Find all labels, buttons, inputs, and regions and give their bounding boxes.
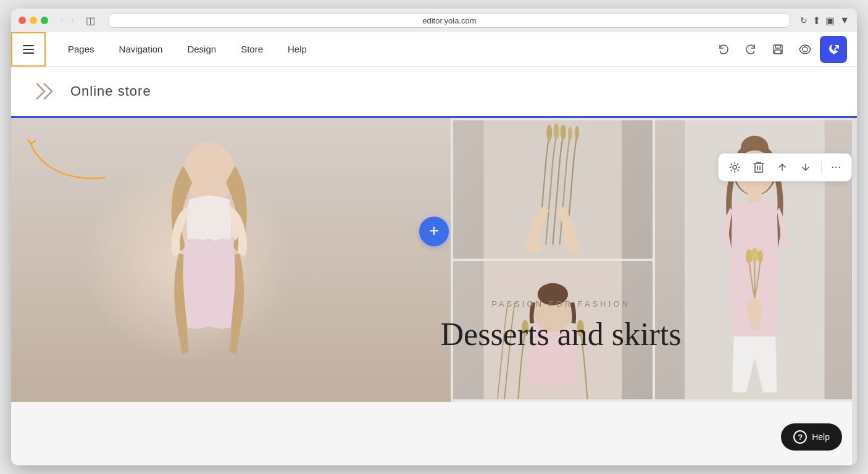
sidebar-toggle-button[interactable]: ◫ xyxy=(82,14,99,28)
browser-nav-arrows: ‹ › xyxy=(58,14,77,27)
download-button[interactable]: ▼ xyxy=(840,15,849,27)
publish-button[interactable] xyxy=(820,36,847,63)
svg-point-11 xyxy=(568,127,572,140)
svg-point-12 xyxy=(575,126,580,139)
help-button-label: Help xyxy=(812,432,830,442)
section-toolbar-divider xyxy=(821,161,822,173)
more-dots-icon: ··· xyxy=(832,162,841,173)
add-section-button[interactable]: + xyxy=(419,217,449,246)
hero-woman-svg xyxy=(77,132,341,402)
svg-point-20 xyxy=(751,248,758,262)
svg-rect-2 xyxy=(775,50,781,54)
traffic-light-yellow[interactable] xyxy=(30,17,37,24)
collage-photo-hands xyxy=(453,120,653,259)
preview-button[interactable] xyxy=(793,37,817,62)
svg-point-5 xyxy=(183,142,235,202)
hero-subtitle: PASSION FOR FASHION xyxy=(265,299,857,309)
svg-point-3 xyxy=(803,47,807,52)
svg-rect-1 xyxy=(775,45,780,48)
help-button[interactable]: ? Help xyxy=(781,423,842,451)
svg-point-19 xyxy=(746,249,753,264)
svg-point-21 xyxy=(757,250,763,262)
traffic-lights xyxy=(19,17,48,24)
pip-button[interactable]: ▣ xyxy=(825,15,835,27)
nav-pages[interactable]: Pages xyxy=(56,32,107,67)
share-button[interactable]: ⬆ xyxy=(812,15,820,27)
undo-button[interactable] xyxy=(711,37,736,62)
browser-window: ‹ › ◫ editor.yola.com ↻ ⬆ ▣ ▼ Pages Navi… xyxy=(11,9,857,465)
section-settings-button[interactable] xyxy=(726,159,743,176)
svg-point-4 xyxy=(733,165,737,169)
logo-text: Online store xyxy=(70,83,151,99)
add-section-icon: + xyxy=(429,222,439,239)
scrollbar-track xyxy=(852,67,857,465)
redo-button[interactable] xyxy=(738,37,763,62)
svg-point-6 xyxy=(232,223,240,236)
nav-store[interactable]: Store xyxy=(228,32,275,67)
site-header: Online store xyxy=(11,67,857,116)
traffic-light-red[interactable] xyxy=(19,17,26,24)
address-bar[interactable]: editor.yola.com xyxy=(109,13,791,28)
section-toolbar: ··· xyxy=(718,153,852,181)
help-circle-icon: ? xyxy=(793,430,807,444)
hamburger-icon xyxy=(23,45,34,54)
hamburger-button[interactable] xyxy=(11,32,46,67)
title-bar: ‹ › ◫ editor.yola.com ↻ ⬆ ▣ ▼ xyxy=(11,9,857,32)
svg-point-9 xyxy=(554,123,559,139)
nav-help[interactable]: Help xyxy=(275,32,319,67)
svg-rect-18 xyxy=(748,192,762,206)
forward-button[interactable]: › xyxy=(69,14,77,27)
section-more-button[interactable]: ··· xyxy=(829,159,844,175)
back-button[interactable]: ‹ xyxy=(58,14,66,27)
hero-left-image xyxy=(11,118,451,402)
section-separator xyxy=(11,116,857,118)
url-text: editor.yola.com xyxy=(422,16,476,25)
svg-point-8 xyxy=(547,125,553,141)
logo-icon xyxy=(36,81,63,101)
toolbar-nav: Pages Navigation Design Store Help xyxy=(56,32,319,67)
svg-point-10 xyxy=(561,125,566,140)
canvas-area: ··· Online store xyxy=(11,67,857,465)
app-toolbar: Pages Navigation Design Store Help xyxy=(11,32,857,67)
svg-rect-7 xyxy=(484,120,622,259)
main-content: ··· Online store xyxy=(11,67,857,465)
section-move-down-button[interactable] xyxy=(798,159,814,175)
hero-title: Desserts and skirts xyxy=(265,316,857,352)
site-logo: Online store xyxy=(36,81,151,101)
nav-design[interactable]: Design xyxy=(175,32,228,67)
browser-toolbar-actions: ⬆ ▣ ▼ xyxy=(812,15,849,27)
hero-text-overlay: PASSION FOR FASHION Desserts and skirts xyxy=(265,299,857,352)
traffic-light-green[interactable] xyxy=(41,17,48,24)
nav-navigation[interactable]: Navigation xyxy=(107,32,175,67)
save-button[interactable] xyxy=(766,37,790,62)
section-delete-button[interactable] xyxy=(751,159,767,176)
reload-button[interactable]: ↻ xyxy=(800,15,807,25)
section-move-up-button[interactable] xyxy=(774,159,790,175)
help-question-icon: ? xyxy=(798,433,803,442)
toolbar-right xyxy=(711,36,857,63)
